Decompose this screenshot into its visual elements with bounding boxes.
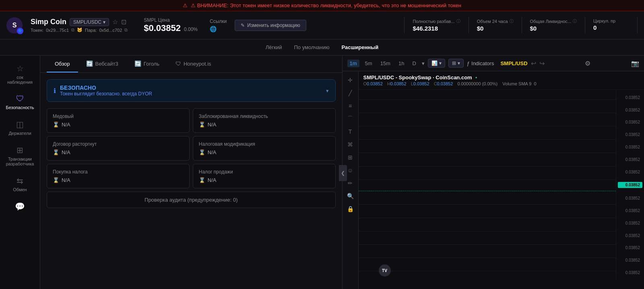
- link-icon-1[interactable]: 🌐: [210, 26, 217, 32]
- safety-banner: ℹ БЕЗОПАСНО Токен выглядит безопасно. вс…: [47, 79, 336, 102]
- price-tick-3: 0.03852: [618, 120, 642, 124]
- token-address-row: Токен: 0x29...75c1 ⧉ 🐱 Пара: 0x5d...c702…: [31, 27, 128, 33]
- price-tick-5: 0.03852: [618, 145, 642, 149]
- price-tick-8: 0.03852: [618, 196, 642, 200]
- gogol-icon: 🔄: [134, 60, 141, 67]
- indicators-icon: ƒ: [467, 60, 470, 66]
- pair-address-copy-icon[interactable]: ⧉: [124, 27, 128, 33]
- update-info-button[interactable]: ✎ Изменить информацию: [235, 20, 306, 31]
- current-price-line: [359, 191, 616, 191]
- chart-canvas: TV 0.03852 0.03852 0.03852 0.03852 0.038…: [359, 90, 644, 281]
- tab-honeypot[interactable]: 🛡 Honeypot.is: [167, 56, 219, 72]
- grid-line-9: [359, 218, 616, 218]
- watchlist-star-icon[interactable]: ☆: [112, 18, 118, 26]
- stat-circulating: Циркул. пр 0: [585, 17, 638, 33]
- tab-overview[interactable]: Обзор: [47, 56, 78, 72]
- sidebar-item-label-swap: Обмен: [13, 187, 27, 192]
- sidebar-item-swap[interactable]: ⇆ Обмен: [2, 173, 38, 195]
- sidebar-item-holders[interactable]: ◫ Держатели: [2, 116, 38, 139]
- audit-check-button[interactable]: Проверка аудита (предупреждение: 0): [47, 192, 336, 208]
- safety-chevron-down-icon[interactable]: ▾: [326, 88, 329, 94]
- tool-curved-line[interactable]: ⌒: [344, 113, 357, 124]
- tool-crosshair[interactable]: ✛: [344, 74, 357, 86]
- candlestick-icon: 📊: [431, 60, 438, 66]
- timeframe-D[interactable]: D: [410, 60, 418, 67]
- safety-description: Токен выглядит безопасно. всегда DYOR: [60, 91, 152, 97]
- indicators-button[interactable]: ƒ Indicators: [467, 60, 494, 66]
- tool-grid[interactable]: ⊞: [344, 152, 357, 163]
- collapse-handle[interactable]: ❮: [339, 165, 347, 181]
- tab-default[interactable]: По умолчанию: [294, 43, 330, 52]
- sidebar-item-security[interactable]: 🛡 Безопасность: [2, 91, 38, 113]
- holders-icon: ◫: [16, 120, 24, 129]
- pair-address: 0x5d...c702: [99, 28, 122, 33]
- redo-button[interactable]: ↪: [539, 60, 545, 67]
- hourglass-icon-4: ⌛: [53, 177, 59, 183]
- screenshot-icon[interactable]: ⊡: [121, 18, 126, 26]
- cat-icon: 🐱: [77, 27, 83, 33]
- tab-gogol[interactable]: 🔄 Гоголь: [126, 56, 167, 72]
- tool-zoom[interactable]: 🔍: [344, 190, 357, 202]
- links-label: Ссылки: [210, 19, 227, 24]
- hourglass-icon-1: ⌛: [199, 122, 205, 128]
- tab-easy[interactable]: Лёгкий: [266, 43, 282, 52]
- tab-website3[interactable]: 🔄 Вебсайт3: [78, 56, 126, 72]
- stat-info-icon-1[interactable]: ⓘ: [510, 19, 514, 24]
- timeframe-15m[interactable]: 15m: [378, 60, 393, 67]
- chat-icon: 💬: [15, 202, 25, 211]
- timeframe-1h[interactable]: 1h: [396, 60, 407, 67]
- token-pair-dropdown[interactable]: SMPL/USDC ▾: [70, 18, 109, 26]
- sidebar-item-watchlist[interactable]: ☆ сок наблюдения: [2, 60, 38, 88]
- metric-sell-tax-label: Налог продажи: [199, 169, 330, 175]
- stat-info-icon-2[interactable]: ⓘ: [573, 19, 577, 24]
- sidebar-item-label-security: Безопасность: [6, 105, 34, 110]
- warning-text: ⚠ ВНИМАНИЕ: Этот токен имеет низкое коли…: [191, 2, 461, 8]
- timeframe-1m[interactable]: 1m: [347, 60, 359, 67]
- chart-type-selector[interactable]: 📊 ▾: [428, 59, 445, 68]
- candle-style-icon: ⊞: [452, 60, 456, 66]
- timeframe-5m[interactable]: 5m: [363, 60, 375, 67]
- sidebar: ☆ сок наблюдения 🛡 Безопасность ◫ Держат…: [0, 56, 40, 289]
- price-tick-9: 0.03852: [618, 208, 642, 213]
- metric-honeypot: Медовый ⌛ N/A: [47, 108, 190, 133]
- sidebar-item-chat[interactable]: 💬: [2, 198, 38, 215]
- sidebar-item-dev-transactions[interactable]: ⊞ Транзакции разработчика: [2, 142, 38, 169]
- metric-buy-tax-value: ⌛ N/A: [53, 177, 184, 183]
- sidebar-item-label-holders: Держатели: [8, 131, 31, 136]
- metric-contract-renounced-value: ⌛ N/A: [53, 149, 184, 155]
- chart-screenshot-button[interactable]: 📷: [631, 60, 639, 67]
- chart-area: ✛ ╱ ≡ ⌒ T ⌘ ⊞ ☺ ✏ 🔍 🔒 SMPL/USDC - Spooky…: [343, 71, 644, 289]
- shield-icon: 🛡: [16, 94, 24, 103]
- honeypot-icon: 🛡: [175, 60, 181, 67]
- metric-buy-tax-label: Покупка налога: [53, 169, 184, 175]
- volume-label: Volume SMA 9 0: [502, 81, 536, 86]
- stat-fully-diluted: Полностью разбав... ⓘ $46.2318: [405, 17, 469, 33]
- metric-contract-renounced-label: Договор расторгнут: [53, 141, 184, 147]
- timeframe-chevron-icon[interactable]: ▾: [422, 60, 425, 66]
- chart-display-selector[interactable]: ⊞ ▾: [448, 59, 464, 68]
- chart-pair-display: SMPL/USD: [500, 60, 527, 66]
- view-tabs: Лёгкий По умолчанию Расширенный: [0, 39, 644, 56]
- token-avatar-badge: 🔵: [17, 28, 23, 34]
- undo-button[interactable]: ↩: [531, 60, 536, 67]
- chart-settings-button[interactable]: ⚙: [585, 60, 590, 67]
- price-tick-current: 0.03852: [618, 182, 642, 188]
- price-tick-12: 0.03852: [618, 246, 642, 250]
- tool-horizontal-line[interactable]: ≡: [344, 100, 357, 111]
- stat-volume-24h: Объем 24 часа ⓘ $0: [469, 17, 522, 33]
- header: S 🔵 Simp Coin SMPL/USDC ▾ ☆ ⊡ Токен: 0x2…: [0, 11, 644, 39]
- grid-line-2: [359, 113, 616, 113]
- token-address-copy-icon[interactable]: ⧉: [71, 27, 74, 33]
- hourglass-icon-2: ⌛: [53, 149, 59, 155]
- tool-line[interactable]: ╱: [344, 87, 357, 99]
- chart-type-chevron-icon: ▾: [439, 60, 442, 66]
- price-label: SMPL Цена: [144, 17, 198, 23]
- tool-node[interactable]: ⌘: [344, 139, 357, 150]
- stat-total-liquidity: Общая Ликвиднос... ⓘ $0: [522, 17, 585, 33]
- stat-info-icon-0[interactable]: ⓘ: [456, 19, 460, 24]
- hourglass-icon-0: ⌛: [53, 122, 59, 128]
- tool-text[interactable]: T: [344, 126, 357, 137]
- tab-extended[interactable]: Расширенный: [341, 43, 378, 52]
- metric-locked-liquidity-label: Заблокированная ликвидность: [199, 114, 330, 119]
- tool-lock[interactable]: 🔒: [344, 203, 357, 215]
